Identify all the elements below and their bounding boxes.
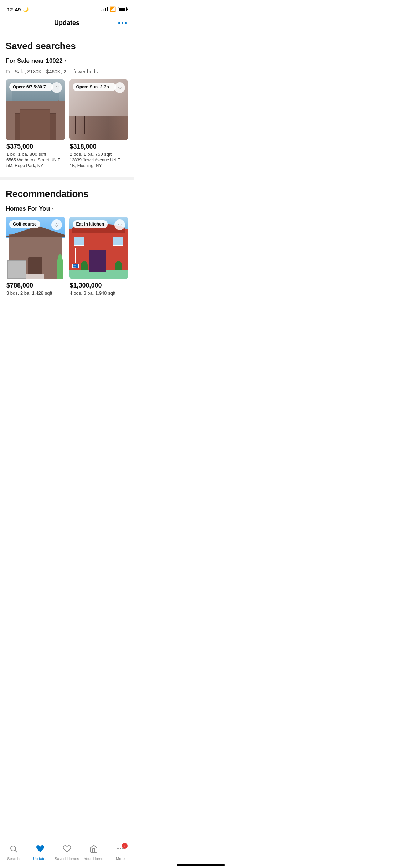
dot3 (125, 22, 127, 24)
card-image-wrap: Open: Sun. 2-3p... ♡ (69, 79, 128, 140)
recommendations-section: Recommendations Homes For You › (0, 180, 134, 305)
card-address: 6565 Wetherole Street UNIT 5M, Rego Park… (6, 157, 64, 169)
chevron-icon: › (52, 206, 54, 212)
open-house-badge: Open: Sun. 2-3p... (73, 83, 116, 91)
homes-for-you-subsection[interactable]: Homes For You › (6, 205, 128, 212)
dot1 (118, 22, 120, 24)
property-card[interactable]: Open: Sun. 2-3p... ♡ $318,000 2 bds, 1 b… (69, 79, 128, 170)
section-divider (0, 177, 134, 180)
saved-search-label: For Sale near 10022 (6, 57, 63, 64)
recommendation-cards: Golf course ♡ $788,000 3 bds, 2 ba, 1,42… (6, 217, 128, 298)
property-card[interactable]: Open: 6/7 5:30-7... ♡ $375,000 1 bd, 1 b… (6, 79, 65, 170)
signal-icon (101, 7, 108, 11)
card-address: 13839 Jewel Avenue UNIT 1B, Flushing, NY (70, 157, 128, 169)
card-price: $788,000 (6, 282, 64, 289)
card-price: $318,000 (70, 143, 128, 150)
card-details: 1 bd, 1 ba, 800 sqft (6, 151, 64, 157)
card-image-wrap: FOR SALE Eat-in kitchen ♡ (69, 217, 128, 279)
favorite-button[interactable]: ♡ (51, 82, 62, 93)
saved-searches-section: Saved searches For Sale near 10022 › For… (0, 32, 134, 177)
homes-for-you-label: Homes For You (6, 205, 50, 212)
feature-badge: Eat-in kitchen (73, 220, 108, 228)
header: Updates (0, 16, 134, 32)
property-card[interactable]: Golf course ♡ $788,000 3 bds, 2 ba, 1,42… (6, 217, 65, 298)
favorite-button[interactable]: ♡ (51, 219, 62, 230)
dot2 (122, 22, 123, 24)
card-image-wrap: Open: 6/7 5:30-7... ♡ (6, 79, 65, 140)
main-content: Saved searches For Sale near 10022 › For… (0, 32, 134, 337)
status-bar: 12:49 🌙 📶 (0, 0, 134, 16)
card-details: 4 bds, 3 ba, 1,948 sqft (70, 290, 128, 296)
saved-searches-heading: Saved searches (6, 41, 128, 52)
saved-search-subsection[interactable]: For Sale near 10022 › (6, 57, 128, 64)
favorite-button[interactable]: ♡ (114, 219, 125, 230)
card-info: $1,300,000 4 bds, 3 ba, 1,948 sqft (69, 279, 128, 298)
moon-icon: 🌙 (23, 7, 29, 12)
card-info: $375,000 1 bd, 1 ba, 800 sqft 6565 Wethe… (6, 140, 65, 170)
status-icons: 📶 (101, 6, 127, 12)
saved-search-cards: Open: 6/7 5:30-7... ♡ $375,000 1 bd, 1 b… (6, 79, 128, 170)
saved-search-desc: For Sale, $180K - $460K, 2 or fewer beds (6, 69, 128, 74)
card-price: $375,000 (6, 143, 64, 150)
battery-icon (118, 7, 127, 11)
feature-badge: Golf course (9, 220, 40, 228)
favorite-button[interactable]: ♡ (114, 82, 125, 93)
property-card[interactable]: FOR SALE Eat-in kitchen ♡ $1,300,000 4 b… (69, 217, 128, 298)
card-price: $1,300,000 (70, 282, 128, 289)
card-image-wrap: Golf course ♡ (6, 217, 65, 279)
card-details: 3 bds, 2 ba, 1,428 sqft (6, 290, 64, 296)
card-details: 2 bds, 1 ba, 750 sqft (70, 151, 128, 157)
page-title: Updates (54, 19, 79, 27)
open-house-badge: Open: 6/7 5:30-7... (9, 83, 53, 91)
wifi-icon: 📶 (110, 6, 116, 12)
more-options-button[interactable] (118, 22, 127, 24)
recommendations-heading: Recommendations (6, 188, 128, 200)
card-info: $788,000 3 bds, 2 ba, 1,428 sqft (6, 279, 65, 298)
status-time: 12:49 (7, 6, 21, 12)
card-info: $318,000 2 bds, 1 ba, 750 sqft 13839 Jew… (69, 140, 128, 170)
chevron-icon: › (65, 58, 67, 64)
